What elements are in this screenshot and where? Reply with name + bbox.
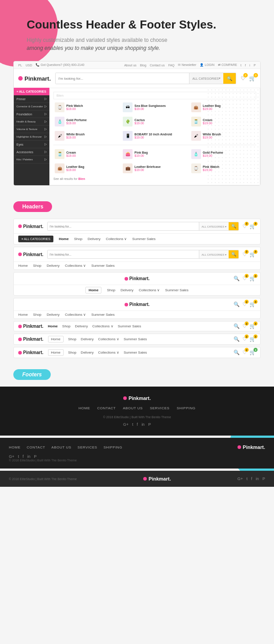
f2-nav-about[interactable]: ABOUT US <box>52 445 72 449</box>
dropdown-product-4[interactable]: 🌵 Cactus $19.00 <box>121 115 188 128</box>
topbar-newsletter[interactable]: ✉ Newsletter <box>178 63 196 67</box>
sidebar-item-primer[interactable]: Primer▷ <box>14 95 49 103</box>
footer-social-pinterest-1[interactable]: P <box>148 422 151 427</box>
fm-logo[interactable]: Pinkmart. <box>143 476 171 481</box>
hv6-logo[interactable]: Pinkmart. <box>18 337 44 342</box>
hv7-logo[interactable]: Pinkmart. <box>18 350 44 355</box>
fm-social-pinterest[interactable]: P <box>262 477 265 481</box>
hv1-search-input[interactable] <box>48 222 199 230</box>
f2-social-gplus[interactable]: G+ <box>9 454 14 459</box>
sidebar-item-volume[interactable]: Volume & Texture▷ <box>14 126 49 133</box>
hv7-nav-shop[interactable]: Shop <box>68 351 77 355</box>
hv5-search[interactable]: 🔍 <box>234 323 240 329</box>
f2-social-instagram[interactable]: in <box>27 454 30 459</box>
fm-social-instagram[interactable]: in <box>256 477 259 481</box>
dropdown-product-0[interactable]: ⌚ Pink Watch $19.00 <box>53 101 120 114</box>
hv2-search[interactable]: ALL CATEGORIES ▾ 🔍 <box>47 250 239 259</box>
sidebar-item-kits[interactable]: Kits / Palettes▷ <box>14 156 49 163</box>
main-logo[interactable]: Pinkmart. <box>18 75 51 82</box>
hv2-nav-home[interactable]: Home <box>18 264 28 268</box>
hv3-nav-delivery[interactable]: Delivery <box>121 288 133 292</box>
sidebar-item-highlighter[interactable]: Highlighter & Bronzer▷ <box>14 133 49 141</box>
hv1-search[interactable]: ALL CATEGORIES ▾ 🔍 <box>47 222 239 231</box>
hv1-cart[interactable]: 🛒3 <box>250 224 256 229</box>
hv1-search-btn[interactable]: 🔍 <box>229 222 238 230</box>
hv3-nav-home[interactable]: Home <box>85 287 101 293</box>
hv7-wishlist[interactable]: ♡2 <box>242 350 247 355</box>
hv1-all-cat-btn[interactable]: ≡ ALL CATEGORIES <box>18 236 53 242</box>
hv7-nav-collections[interactable]: Collections ∨ <box>98 351 119 355</box>
footer-nav-home-1[interactable]: HOME <box>79 406 90 410</box>
hv2-nav-delivery[interactable]: Delivery <box>47 264 60 268</box>
footer-nav-services-1[interactable]: SERVICES <box>150 406 169 410</box>
hv4-search[interactable]: 🔍 <box>234 302 240 307</box>
footer-nav-shipping-1[interactable]: SHIPPING <box>177 406 195 410</box>
hv7-nav-summer[interactable]: Summer Sales <box>124 351 147 355</box>
footer-nav-contact-1[interactable]: CONTACT <box>97 406 116 410</box>
hv5-nav-delivery[interactable]: Delivery <box>75 324 88 328</box>
f2-social-facebook[interactable]: f <box>23 454 24 459</box>
hv1-wishlist[interactable]: ♡2 <box>242 224 247 229</box>
hv4-nav-delivery[interactable]: Delivery <box>47 313 60 317</box>
fm-social-facebook[interactable]: f <box>251 477 252 481</box>
fm-social-gplus[interactable]: G+ <box>238 477 243 481</box>
hv2-nav-shop[interactable]: Shop <box>33 264 41 268</box>
topbar-compare[interactable]: ⇄ COMPARE <box>218 63 237 67</box>
hv5-nav-shop[interactable]: Shop <box>62 324 71 328</box>
hv7-search[interactable]: 🔍 <box>234 350 240 355</box>
topbar-social-i[interactable]: i <box>250 64 250 67</box>
hv6-nav-shop[interactable]: Shop <box>68 337 77 341</box>
hv4-nav-home[interactable]: Home <box>18 313 28 317</box>
topbar-about[interactable]: About us <box>124 64 137 67</box>
hv2-search-input[interactable] <box>48 250 199 258</box>
footer-social-twitter-1[interactable]: t <box>132 422 133 427</box>
hv5-cart[interactable]: 🛒3 <box>250 323 256 329</box>
hv7-nav-delivery[interactable]: Delivery <box>81 351 94 355</box>
dropdown-product-13[interactable]: 💼 Leather Briefcase $19.00 <box>121 162 188 175</box>
footer-logo-1[interactable]: Pinkmart. <box>4 395 270 401</box>
hv6-nav-home[interactable]: Home <box>48 336 64 342</box>
hv2-nav-summer[interactable]: Summer Sales <box>91 264 114 268</box>
sidebar-item-eyes[interactable]: Eyes▷ <box>14 141 49 148</box>
footer-nav-about-1[interactable]: ABOUT US <box>123 406 143 410</box>
topbar-login[interactable]: 👤 LOGIN <box>200 63 214 67</box>
search-button[interactable]: 🔍 <box>223 73 236 84</box>
topbar-blog[interactable]: Blog <box>140 64 146 67</box>
dropdown-product-6[interactable]: 🖌 White Brush $19.00 <box>53 130 120 142</box>
hv2-wishlist[interactable]: ♡2 <box>242 252 247 257</box>
hv5-nav-home[interactable]: Home <box>48 324 58 328</box>
sidebar-item-foundation[interactable]: Foundation▷ <box>14 110 49 118</box>
hv1-nav-shop[interactable]: Shop <box>74 237 82 241</box>
hv5-wishlist[interactable]: ♡2 <box>242 323 247 329</box>
hv1-logo[interactable]: Pinkmart. <box>18 224 44 229</box>
hv5-nav-summer[interactable]: Summer Sales <box>118 324 141 328</box>
fm-social-twitter[interactable]: t <box>246 477 248 481</box>
sidebar-item-health[interactable]: Health & Beauty▷ <box>14 118 49 126</box>
hv3-nav-summer[interactable]: Summer Sales <box>165 288 188 292</box>
dropdown-product-10[interactable]: 👛 Pink Bag $19.00 <box>121 148 188 160</box>
main-search-input[interactable] <box>56 73 189 84</box>
hv3-wishlist[interactable]: ♡2 <box>242 276 247 281</box>
dropdown-product-1[interactable]: 🕶 Sea Blue Sunglasses $19.00 <box>121 101 188 114</box>
cart-icon-wrap[interactable]: 🛒 3 <box>249 75 256 82</box>
topbar-social-t[interactable]: t <box>241 64 242 67</box>
footer-social-facebook-1[interactable]: f <box>137 422 138 427</box>
hv4-nav-collections[interactable]: Collections ∨ <box>65 313 86 317</box>
hv6-search[interactable]: 🔍 <box>234 336 240 342</box>
f2-nav-shipping[interactable]: SHIPPING <box>104 445 122 449</box>
topbar-social-p[interactable]: P <box>254 64 256 67</box>
sidebar-item-accessories[interactable]: Accessories▷ <box>14 148 49 156</box>
hv1-category-select[interactable]: ALL CATEGORIES ▾ <box>199 222 229 230</box>
hv2-nav-collections[interactable]: Collections ∨ <box>65 264 86 268</box>
f2-nav-contact[interactable]: CONTACT <box>27 445 45 449</box>
hv3-search[interactable]: 🔍 <box>234 276 240 281</box>
hv3-logo[interactable]: Pinkmart. <box>125 276 150 281</box>
f2-logo[interactable]: Pinkmart. <box>238 444 265 450</box>
f2-nav-home[interactable]: HOME <box>9 445 20 449</box>
category-select[interactable]: ALL CATEGORIES ▾ <box>189 73 223 84</box>
hv2-search-btn[interactable]: 🔍 <box>229 250 238 258</box>
dropdown-product-7[interactable]: 📱 BOBARY 10 inch Android $19.00 <box>121 130 188 142</box>
hv6-nav-delivery[interactable]: Delivery <box>81 337 94 341</box>
hv4-wishlist[interactable]: ♡2 <box>242 302 247 307</box>
hv3-nav-collections[interactable]: Collections ∨ <box>139 288 160 292</box>
